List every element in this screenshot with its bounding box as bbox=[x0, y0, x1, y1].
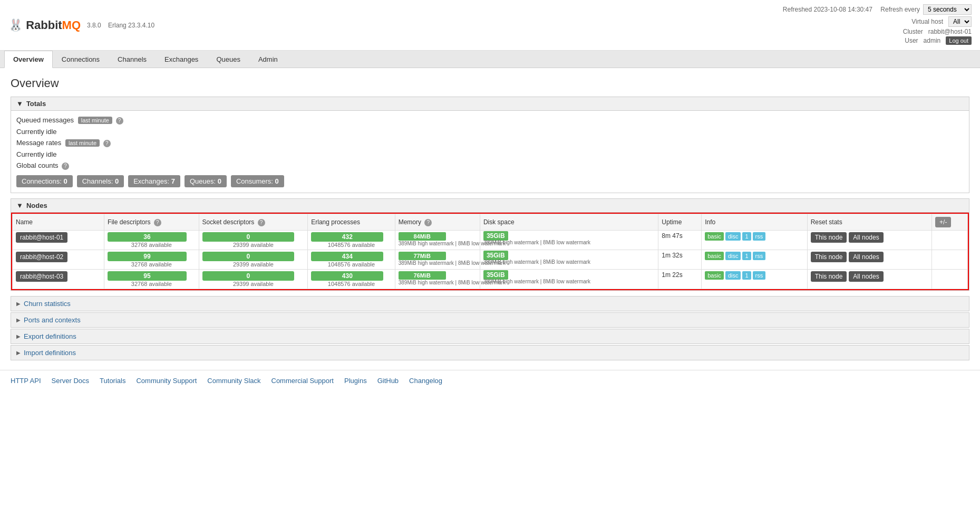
header-right: Refreshed 2023-10-08 14:30:47 Refresh ev… bbox=[783, 4, 972, 46]
nodes-tbody: rabbit@host-01 36 32768 available 0 2939… bbox=[13, 231, 968, 289]
message-rates-help-icon[interactable]: ? bbox=[103, 140, 111, 147]
info-badge-1: 1 bbox=[742, 232, 751, 241]
refresh-select[interactable]: 5 seconds 10 seconds 30 seconds 60 secon… bbox=[923, 4, 972, 15]
col-uptime: Uptime bbox=[658, 214, 702, 231]
footer-community-slack[interactable]: Community Slack bbox=[207, 377, 260, 385]
this-node-button[interactable]: This node bbox=[811, 271, 847, 282]
file-desc-value: 99 bbox=[108, 252, 187, 261]
footer-changelog[interactable]: Changelog bbox=[409, 377, 442, 385]
info-badge-rss: rss bbox=[753, 271, 766, 280]
info-badge-rss: rss bbox=[753, 252, 766, 260]
plus-minus-button[interactable]: +/- bbox=[935, 217, 951, 227]
all-nodes-button[interactable]: All nodes bbox=[849, 271, 883, 282]
export-section: ▶ Export definitions bbox=[11, 329, 969, 344]
footer-tutorials[interactable]: Tutorials bbox=[100, 377, 125, 385]
info-badge-basic: basic bbox=[705, 232, 724, 241]
cluster-value: rabbit@host-01 bbox=[928, 28, 972, 35]
node-name-button[interactable]: rabbit@host-03 bbox=[16, 271, 67, 282]
file-desc-cell: 36 32768 available bbox=[104, 231, 199, 250]
churn-header[interactable]: ▶ Churn statistics bbox=[11, 296, 969, 311]
user-row: User admin Log out bbox=[783, 36, 972, 45]
global-counts-row: Global counts ? bbox=[16, 161, 964, 170]
tab-queues[interactable]: Queues bbox=[207, 51, 249, 68]
socket-desc-cell: 0 29399 available bbox=[199, 231, 308, 250]
socket-desc-available: 29399 available bbox=[202, 242, 305, 248]
totals-title: Totals bbox=[26, 100, 46, 108]
all-nodes-button[interactable]: All nodes bbox=[849, 252, 883, 262]
table-row: rabbit@host-01 36 32768 available 0 2939… bbox=[13, 231, 968, 250]
socket-desc-value: 0 bbox=[202, 232, 294, 242]
import-arrow-icon: ▶ bbox=[16, 350, 21, 356]
churn-title: Churn statistics bbox=[24, 300, 71, 308]
memory-bar-container: 84MiB 389MiB high watermark | 8MiB low w… bbox=[399, 232, 446, 246]
file-desc-available: 32768 available bbox=[108, 261, 196, 268]
refreshed-text: Refreshed 2023-10-08 14:30:47 bbox=[783, 6, 872, 13]
memory-bar-container: 77MiB 389MiB high watermark | 8MiB low w… bbox=[399, 252, 446, 266]
churn-section: ▶ Churn statistics bbox=[11, 296, 969, 311]
socket-desc-available: 29399 available bbox=[202, 261, 305, 268]
info-badges: basic disc 1 rss bbox=[705, 252, 803, 260]
memory-help-icon[interactable]: ? bbox=[424, 219, 432, 226]
ports-header[interactable]: ▶ Ports and contexts bbox=[11, 312, 969, 328]
all-nodes-button[interactable]: All nodes bbox=[849, 232, 883, 243]
info-badge-disc: disc bbox=[725, 252, 741, 260]
disk-note: 389MiB high watermark | 8MiB low waterma… bbox=[483, 259, 655, 265]
table-row: rabbit@host-02 99 32768 available 0 2939… bbox=[13, 250, 968, 270]
tab-admin[interactable]: Admin bbox=[249, 51, 287, 68]
this-node-button[interactable]: This node bbox=[811, 252, 847, 262]
row-extra-cell bbox=[932, 270, 968, 289]
node-name-button[interactable]: rabbit@host-02 bbox=[16, 252, 67, 262]
footer-plugins[interactable]: Plugins bbox=[344, 377, 367, 385]
queued-messages-label: Queued messages bbox=[16, 116, 74, 124]
counter-channels: Channels: 0 bbox=[77, 175, 124, 187]
queued-help-icon[interactable]: ? bbox=[116, 117, 123, 125]
file-desc-value: 95 bbox=[108, 271, 187, 281]
import-title: Import definitions bbox=[24, 349, 76, 357]
node-name-cell: rabbit@host-01 bbox=[13, 231, 104, 250]
socket-desc-value: 0 bbox=[202, 271, 294, 281]
refresh-label: Refresh every bbox=[880, 6, 920, 13]
global-counts-help-icon[interactable]: ? bbox=[62, 163, 69, 170]
info-badge-1: 1 bbox=[742, 252, 751, 260]
info-cell: basic disc 1 rss bbox=[702, 231, 807, 250]
reset-stats-buttons: This node All nodes bbox=[811, 271, 928, 282]
socket-desc-cell: 0 29399 available bbox=[199, 250, 308, 270]
footer-github[interactable]: GitHub bbox=[377, 377, 399, 385]
col-erlang: Erlang processes bbox=[308, 214, 395, 231]
reset-stats-cell: This node All nodes bbox=[807, 270, 932, 289]
socket-desc-cell: 0 29399 available bbox=[199, 270, 308, 289]
export-arrow-icon: ▶ bbox=[16, 333, 21, 339]
info-badge-1: 1 bbox=[742, 271, 751, 280]
file-desc-help-icon[interactable]: ? bbox=[154, 219, 161, 226]
tab-exchanges[interactable]: Exchanges bbox=[156, 51, 207, 68]
nodes-section-header[interactable]: ▼ Nodes bbox=[11, 199, 969, 213]
nodes-title: Nodes bbox=[26, 202, 47, 209]
tab-channels[interactable]: Channels bbox=[109, 51, 156, 68]
counter-connections: Connections: 0 bbox=[16, 175, 73, 187]
nodes-section: ▼ Nodes Name File descriptors ? Socket d… bbox=[11, 198, 969, 291]
logout-button[interactable]: Log out bbox=[946, 36, 972, 45]
row-extra-cell bbox=[932, 231, 968, 250]
currently-idle-1-row: Currently idle bbox=[16, 128, 964, 136]
node-name-button[interactable]: rabbit@host-01 bbox=[16, 232, 67, 243]
tab-connections[interactable]: Connections bbox=[53, 51, 109, 68]
uptime-value: 8m 47s bbox=[662, 232, 682, 240]
vhost-select[interactable]: All bbox=[948, 16, 972, 27]
footer-server-docs[interactable]: Server Docs bbox=[52, 377, 90, 385]
tab-overview[interactable]: Overview bbox=[4, 51, 53, 68]
erlang-value: 432 bbox=[311, 232, 383, 242]
export-header[interactable]: ▶ Export definitions bbox=[11, 329, 969, 344]
col-plus-minus: +/- bbox=[932, 214, 968, 231]
info-badges: basic disc 1 rss bbox=[705, 271, 803, 280]
uptime-cell: 1m 32s bbox=[658, 250, 702, 270]
info-cell: basic disc 1 rss bbox=[702, 270, 807, 289]
import-header[interactable]: ▶ Import definitions bbox=[11, 345, 969, 360]
footer-commercial-support[interactable]: Commercial Support bbox=[271, 377, 334, 385]
this-node-button[interactable]: This node bbox=[811, 232, 847, 243]
page-title: Overview bbox=[11, 77, 969, 90]
table-row: rabbit@host-03 95 32768 available 0 2939… bbox=[13, 270, 968, 289]
socket-desc-help-icon[interactable]: ? bbox=[258, 219, 265, 226]
footer-community-support[interactable]: Community Support bbox=[136, 377, 197, 385]
totals-section-header[interactable]: ▼ Totals bbox=[11, 97, 969, 111]
footer-http-api[interactable]: HTTP API bbox=[11, 377, 41, 385]
